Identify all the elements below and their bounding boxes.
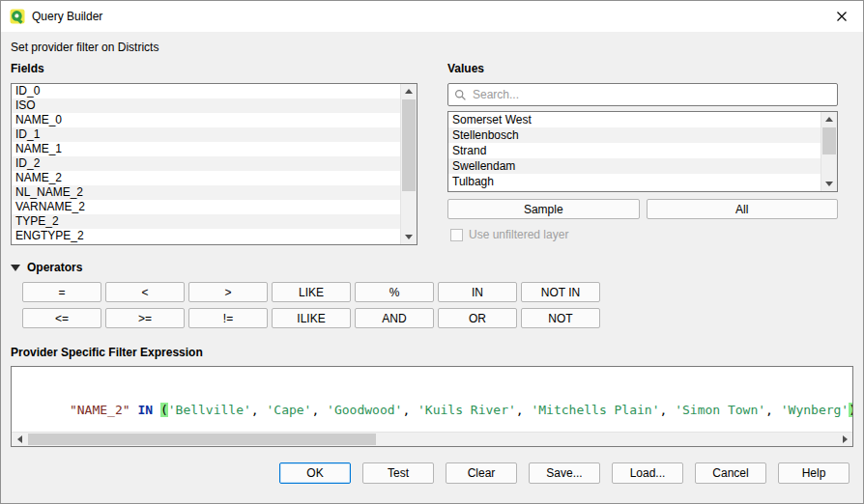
window-title: Query Builder <box>32 10 102 23</box>
test-button[interactable]: Test <box>362 462 434 484</box>
operator-button[interactable]: <= <box>22 308 101 328</box>
field-item[interactable]: ID_2 <box>12 156 400 171</box>
all-button[interactable]: All <box>647 199 839 219</box>
expression-token: ( <box>160 403 168 417</box>
operator-button[interactable]: NOT IN <box>521 282 600 302</box>
close-icon <box>836 11 848 22</box>
expression-token: 'Cape' <box>266 403 311 417</box>
operator-button[interactable]: OR <box>438 308 517 328</box>
expression-token: , <box>251 403 267 417</box>
field-item[interactable]: ISO <box>12 98 400 113</box>
value-item[interactable]: Swellendam <box>448 158 821 174</box>
operator-button[interactable]: != <box>188 308 268 328</box>
operators-row-1: =<>LIKE%INNOT IN <box>22 282 863 302</box>
expression-token: , <box>516 403 532 417</box>
values-search-input[interactable] <box>473 85 831 104</box>
qgis-logo-icon <box>10 9 25 24</box>
values-scrollbar[interactable] <box>821 112 837 191</box>
filter-expression-input[interactable]: "NAME_2" IN ('Bellville', 'Cape', 'Goodw… <box>12 367 852 432</box>
operators-label: Operators <box>27 261 82 274</box>
use-unfiltered-checkbox[interactable] <box>450 229 463 241</box>
expression-token: 'Goodwood' <box>327 403 402 417</box>
cancel-button[interactable]: Cancel <box>695 462 766 484</box>
expression-token: 'Mitchells Plain' <box>531 403 659 417</box>
load-button[interactable]: Load... <box>612 462 683 484</box>
field-item[interactable]: TYPE_2 <box>12 214 400 229</box>
save-button[interactable]: Save... <box>529 462 600 484</box>
help-button[interactable]: Help <box>778 462 850 484</box>
arrow-down-icon <box>825 182 833 186</box>
values-panel: Values Somerset WestStellenboschStrandSw… <box>447 62 838 245</box>
field-item[interactable]: ENGTYPE_2 <box>12 229 400 243</box>
arrow-up-icon <box>405 89 413 94</box>
fields-scrollbar[interactable] <box>400 84 417 244</box>
value-item[interactable]: Tulbagh <box>448 174 821 189</box>
field-item[interactable]: NAME_0 <box>12 113 400 127</box>
expression-hscrollbar[interactable] <box>12 432 852 446</box>
scrollbar-thumb[interactable] <box>402 99 416 191</box>
dialog-body: Set provider filter on Districts Fields … <box>1 32 863 503</box>
collapse-arrow-icon[interactable] <box>11 265 20 271</box>
operator-button[interactable]: AND <box>355 308 434 328</box>
value-item[interactable]: Stellenbosch <box>448 127 821 143</box>
field-item[interactable]: NAME_2 <box>12 171 400 185</box>
expression-token: IN <box>137 403 153 417</box>
clear-button[interactable]: Clear <box>446 462 517 484</box>
scroll-right-button[interactable] <box>837 433 852 446</box>
operator-button[interactable]: >= <box>105 308 185 328</box>
use-unfiltered-row: Use unfiltered layer <box>447 228 838 241</box>
operators-row-2: <=>=!=ILIKEANDORNOT <box>22 308 863 328</box>
operator-button[interactable]: > <box>188 282 268 302</box>
scroll-up-button[interactable] <box>401 84 417 98</box>
values-search <box>447 83 838 106</box>
arrow-left-icon <box>17 435 22 443</box>
operator-button[interactable]: IN <box>438 282 517 302</box>
arrow-down-icon <box>405 235 413 239</box>
expression-token: , <box>660 403 676 417</box>
field-item[interactable]: NL_NAME_2 <box>12 185 400 200</box>
expression-token: , <box>402 403 418 417</box>
expression-token <box>153 403 160 417</box>
operators-header[interactable]: Operators <box>11 261 863 274</box>
operator-button[interactable]: LIKE <box>272 282 351 302</box>
titlebar: Query Builder <box>1 1 863 32</box>
expression-token: 'Kuils River' <box>418 403 516 417</box>
operator-button[interactable]: ILIKE <box>272 308 351 328</box>
field-item[interactable]: ID_1 <box>12 127 400 142</box>
scroll-down-button[interactable] <box>401 230 417 244</box>
expression-token: "NAME_2" <box>70 403 130 417</box>
scroll-down-button[interactable] <box>821 177 837 191</box>
field-item[interactable]: NAME_1 <box>12 142 400 156</box>
search-icon <box>454 89 467 101</box>
use-unfiltered-label: Use unfiltered layer <box>469 228 568 241</box>
value-item[interactable]: Somerset West <box>448 112 821 127</box>
operator-button[interactable]: = <box>22 282 101 302</box>
expression-token: , <box>765 403 781 417</box>
expression-token: ) <box>849 403 852 417</box>
operator-button[interactable]: < <box>105 282 185 302</box>
scroll-left-button[interactable] <box>12 433 27 446</box>
operator-button[interactable]: NOT <box>521 308 600 328</box>
expression-token: 'Bellville' <box>168 403 251 417</box>
ok-button[interactable]: OK <box>279 462 351 484</box>
query-builder-dialog: Query Builder Set provider filter on Dis… <box>0 0 864 504</box>
values-buttons: Sample All <box>447 199 838 219</box>
dialog-subtitle: Set provider filter on Districts <box>11 41 863 54</box>
value-item[interactable]: Strand <box>448 143 821 158</box>
close-button[interactable] <box>820 1 863 32</box>
expression-label: Provider Specific Filter Expression <box>11 346 863 359</box>
field-item[interactable]: ID_0 <box>12 84 400 98</box>
expression-token: , <box>311 403 327 417</box>
expression-token: 'Wynberg' <box>781 403 849 417</box>
sample-button[interactable]: Sample <box>447 199 640 219</box>
scrollbar-thumb[interactable] <box>28 434 376 445</box>
top-panels: Fields ID_0ISONAME_0ID_1NAME_1ID_2NAME_2… <box>11 62 838 245</box>
fields-list: ID_0ISONAME_0ID_1NAME_1ID_2NAME_2NL_NAME… <box>11 83 418 245</box>
values-list: Somerset WestStellenboschStrandSwellenda… <box>447 111 838 192</box>
fields-panel: Fields ID_0ISONAME_0ID_1NAME_1ID_2NAME_2… <box>11 62 418 245</box>
operator-button[interactable]: % <box>355 282 434 302</box>
arrow-up-icon <box>825 117 833 122</box>
scrollbar-thumb[interactable] <box>822 127 836 154</box>
field-item[interactable]: VARNAME_2 <box>12 200 400 214</box>
scroll-up-button[interactable] <box>821 112 837 126</box>
